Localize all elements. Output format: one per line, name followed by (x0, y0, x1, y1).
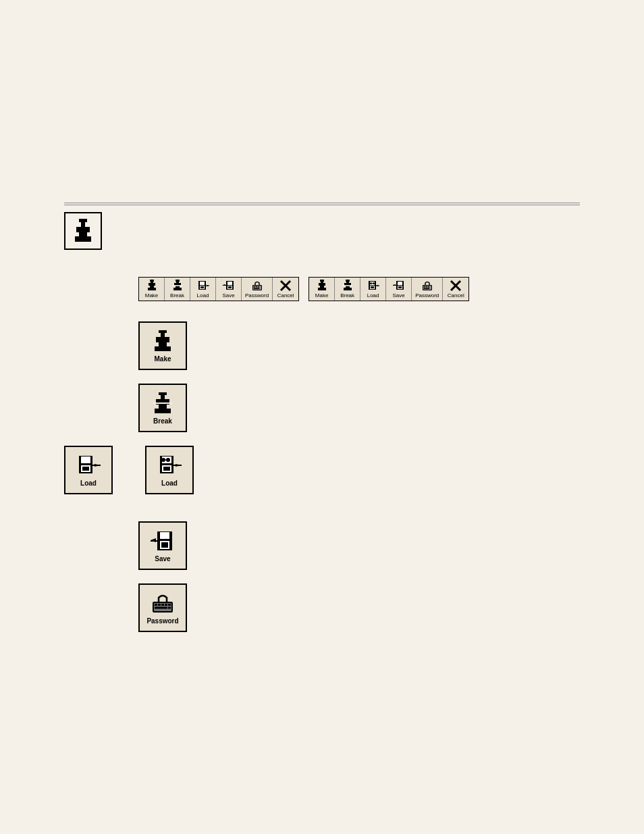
big-break-btn[interactable]: Break (138, 384, 187, 432)
big-password-label: Password (146, 617, 178, 625)
svg-point-94 (166, 458, 170, 462)
tb2-cancel-btn[interactable]: Cancel (443, 278, 468, 301)
toolbar-row: Make Break (138, 277, 580, 301)
tb2-break-label: Break (340, 292, 354, 298)
svg-rect-99 (160, 532, 169, 539)
big-password-btn[interactable]: Password (138, 583, 187, 632)
big-make-icon (151, 329, 175, 353)
svg-rect-108 (168, 604, 171, 606)
svg-rect-45 (346, 280, 350, 282)
tb-password-label: Password (245, 292, 269, 298)
svg-rect-80 (153, 402, 172, 404)
svg-rect-63 (423, 286, 431, 290)
big-save-icon (151, 529, 175, 553)
tb2-save-icon (393, 280, 405, 292)
svg-rect-74 (159, 330, 167, 333)
svg-rect-14 (176, 280, 180, 282)
load-icon-small (197, 280, 209, 292)
tb2-load-btn[interactable]: Load (360, 278, 386, 301)
svg-rect-57 (393, 285, 396, 286)
big-password-row: Password (64, 583, 580, 632)
make-icon-small (146, 280, 158, 292)
tb-make-btn[interactable]: Make (139, 278, 165, 301)
tb2-save-btn[interactable]: Save (386, 278, 412, 301)
tb-save-label: Save (222, 292, 234, 298)
tb2-load-icon (367, 280, 379, 292)
svg-rect-104 (155, 604, 157, 606)
big-break-label: Break (153, 417, 172, 425)
svg-rect-30 (254, 286, 255, 288)
small-load-label: Load (80, 479, 97, 487)
svg-rect-67 (424, 288, 429, 290)
tb-cancel-label: Cancel (277, 292, 294, 298)
svg-rect-64 (424, 286, 425, 288)
svg-rect-92 (173, 465, 182, 466)
tb2-cancel-label: Cancel (448, 292, 464, 298)
big-make-row: Make (64, 321, 580, 370)
tb2-cancel-icon (450, 280, 462, 292)
content-area: Make Break (64, 212, 580, 632)
large-make-icon (70, 217, 97, 244)
tb-load-label: Load (197, 292, 209, 298)
svg-rect-9 (150, 280, 154, 282)
password-icon-small (251, 280, 263, 292)
svg-rect-59 (398, 282, 402, 285)
svg-rect-90 (163, 467, 170, 471)
svg-rect-40 (320, 280, 324, 282)
tb2-break-btn[interactable]: Break (335, 278, 360, 301)
tb-break-label: Break (170, 292, 184, 298)
svg-point-93 (161, 458, 165, 462)
big-save-row: Save (64, 521, 580, 570)
svg-rect-105 (158, 604, 161, 606)
tb-make-label: Make (145, 292, 159, 298)
tb2-password-label: Password (415, 292, 439, 298)
tb-load-btn[interactable]: Load (190, 278, 216, 301)
tb-password-btn[interactable]: Password (242, 278, 273, 301)
svg-rect-110 (168, 607, 171, 609)
svg-rect-19 (200, 286, 204, 288)
big-make-btn[interactable]: Make (138, 321, 187, 370)
svg-rect-65 (426, 286, 427, 288)
tb-save-btn[interactable]: Save (216, 278, 242, 301)
svg-rect-107 (165, 604, 167, 606)
svg-rect-27 (228, 286, 232, 288)
big-break-icon (151, 391, 175, 415)
page: Make Break (0, 0, 644, 834)
big-save-btn[interactable]: Save (138, 521, 187, 570)
tb2-make-btn[interactable]: Make (309, 278, 335, 301)
large-make-icon-box (64, 212, 102, 250)
toolbar-2: Make Break (308, 277, 469, 301)
big-load-btn[interactable]: Load (145, 446, 194, 494)
tb2-password-btn[interactable]: Password (412, 278, 443, 301)
big-save-label: Save (155, 555, 170, 563)
divider-bottom (64, 205, 580, 205)
svg-rect-101 (161, 542, 168, 548)
svg-rect-31 (256, 286, 257, 288)
large-icon-wrapper (64, 212, 580, 263)
toolbar-1: Make Break (138, 277, 299, 301)
svg-rect-17 (200, 282, 205, 285)
tb2-save-label: Save (393, 292, 405, 298)
tb2-make-icon (316, 280, 328, 292)
cancel-icon-small (279, 280, 292, 292)
tb2-password-icon (421, 280, 433, 292)
svg-rect-25 (227, 282, 232, 285)
tb-cancel-btn[interactable]: Cancel (273, 278, 298, 301)
break-icon-small (171, 280, 184, 292)
svg-rect-84 (82, 467, 89, 471)
svg-rect-29 (253, 286, 261, 290)
tb2-load-label: Load (367, 292, 379, 298)
svg-rect-109 (155, 607, 167, 609)
small-load-icon (76, 453, 101, 477)
small-load-btn[interactable]: Load (64, 446, 113, 494)
svg-rect-23 (223, 285, 226, 286)
top-space (0, 14, 644, 203)
big-password-icon (151, 591, 175, 615)
tb-break-btn[interactable]: Break (165, 278, 190, 301)
svg-rect-61 (398, 286, 402, 288)
tb2-make-label: Make (315, 292, 329, 298)
svg-rect-4 (79, 219, 87, 222)
svg-rect-86 (92, 465, 101, 466)
svg-rect-33 (254, 288, 259, 290)
svg-rect-106 (161, 604, 164, 606)
